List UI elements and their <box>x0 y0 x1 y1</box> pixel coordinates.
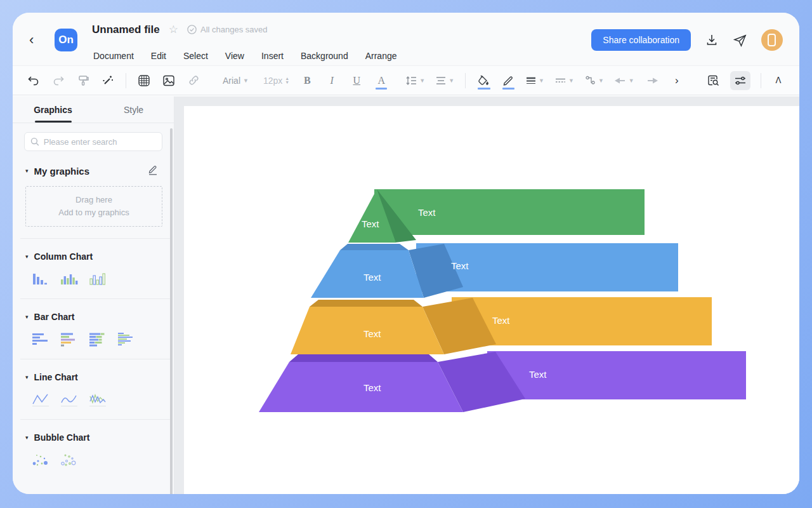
pyramid-bevel-4 <box>289 354 438 362</box>
undo-button[interactable] <box>27 71 41 90</box>
app-logo: On <box>55 29 77 51</box>
collapse-toolbar-chevron[interactable]: ᐱ <box>771 71 785 90</box>
fill-color-button[interactable] <box>476 71 490 90</box>
edit-pencil-icon[interactable] <box>147 164 159 178</box>
magic-wand-icon[interactable] <box>101 71 115 90</box>
header: ‹ On Unnamed file ☆ All changes saved Do… <box>13 13 799 65</box>
menu-arrange[interactable]: Arrange <box>365 51 397 61</box>
italic-button[interactable]: I <box>325 71 339 90</box>
avatar[interactable] <box>761 29 783 51</box>
column-chart-thumb-3[interactable] <box>89 271 109 287</box>
svg-text:Text: Text <box>418 207 436 218</box>
section-bar-chart[interactable]: ▾ Bar Chart <box>25 312 162 322</box>
column-chart-thumb-1[interactable] <box>32 271 52 287</box>
save-status: All changes saved <box>187 25 268 34</box>
svg-text:Text: Text <box>529 369 547 380</box>
bar-chart-thumb-3[interactable] <box>89 331 109 347</box>
underline-button[interactable]: U <box>350 71 363 90</box>
menu-insert[interactable]: Insert <box>261 51 284 61</box>
font-size-select[interactable]: 12px ▲▼ <box>263 71 289 90</box>
collapse-arrow-icon[interactable]: ▾ <box>25 253 29 260</box>
redo-button[interactable] <box>51 71 65 90</box>
menu-background[interactable]: Background <box>301 51 348 61</box>
app-window: ‹ On Unnamed file ☆ All changes saved Do… <box>13 13 799 494</box>
svg-text:Text: Text <box>363 272 381 283</box>
save-status-label: All changes saved <box>200 25 268 34</box>
section-line-chart[interactable]: ▾ Line Chart <box>25 372 162 382</box>
share-collaboration-button[interactable]: Share collaboration <box>591 29 691 51</box>
document-page[interactable]: Text Text Text Text Text Text <box>184 106 799 494</box>
document-title[interactable]: Unnamed file <box>92 23 160 36</box>
drag-line2: Add to my graphics <box>58 206 129 219</box>
settings-sliders-toggle[interactable] <box>730 71 750 90</box>
tab-graphics[interactable]: Graphics <box>13 97 93 123</box>
bubble-chart-thumb-2[interactable] <box>60 451 81 468</box>
svg-text:Text: Text <box>451 260 469 271</box>
menu-edit[interactable]: Edit <box>151 51 166 61</box>
pyramid-banner-1[interactable] <box>374 189 645 235</box>
font-color-button[interactable]: A <box>374 71 388 90</box>
svg-text:Text: Text <box>363 328 381 339</box>
toolbar: Arial▼ 12px ▲▼ B I U A ▼ ▼ <box>13 65 799 95</box>
line-chart-thumb-1[interactable] <box>32 391 52 408</box>
pyramid-graphic[interactable]: Text Text Text Text Text Text <box>254 185 755 417</box>
bold-button[interactable]: B <box>300 71 314 90</box>
stroke-color-swatch <box>502 88 514 90</box>
bubble-chart-thumb-1[interactable] <box>32 451 52 468</box>
line-style-button[interactable]: ▼ <box>555 71 574 90</box>
back-button[interactable]: ‹ <box>29 32 34 48</box>
svg-text:Text: Text <box>363 382 381 393</box>
section-bubble-chart[interactable]: ▾ Bubble Chart <box>25 432 162 443</box>
pyramid-face-4[interactable] <box>259 362 463 412</box>
my-graphics-header[interactable]: ▾ My graphics <box>25 164 162 178</box>
table-grid-icon[interactable] <box>137 71 151 90</box>
column-chart-thumb-2[interactable] <box>60 271 81 287</box>
canvas-area: Text Text Text Text Text Text <box>174 97 799 494</box>
download-icon[interactable] <box>705 30 719 50</box>
menu-view[interactable]: View <box>225 51 244 61</box>
search-box[interactable] <box>24 132 162 151</box>
sidebar: Graphics Style ▾ My graphics Drag <box>13 97 174 494</box>
bar-chart-thumb-4[interactable] <box>117 331 138 347</box>
align-button[interactable]: ▼ <box>436 71 454 90</box>
svg-text:Text: Text <box>362 218 379 229</box>
format-painter-icon[interactable] <box>76 71 90 90</box>
more-tools-chevron[interactable]: › <box>670 71 684 90</box>
bar-chart-thumb-1[interactable] <box>32 331 52 347</box>
my-graphics-title: My graphics <box>34 166 90 177</box>
collapse-arrow-icon[interactable]: ▾ <box>25 314 29 320</box>
fill-color-swatch <box>478 88 490 90</box>
stroke-color-button[interactable] <box>501 71 515 90</box>
line-spacing-button[interactable]: ▼ <box>405 71 425 90</box>
collapse-arrow-icon[interactable]: ▾ <box>25 434 29 441</box>
font-color-swatch <box>376 88 387 90</box>
insert-image-icon[interactable] <box>162 71 176 90</box>
drag-here-dropzone[interactable]: Drag here Add to my graphics <box>25 186 162 227</box>
connector-button[interactable]: ▼ <box>585 71 604 90</box>
pyramid-banner-4[interactable] <box>487 351 746 399</box>
find-in-document-icon[interactable] <box>706 71 720 90</box>
check-circle-icon <box>187 25 197 34</box>
link-icon[interactable] <box>187 71 200 90</box>
search-input[interactable] <box>44 137 156 147</box>
font-size-stepper[interactable]: ▲▼ <box>285 77 289 84</box>
tab-style[interactable]: Style <box>93 97 174 123</box>
favorite-star-icon[interactable]: ☆ <box>169 23 178 36</box>
section-column-chart[interactable]: ▾ Column Chart <box>25 251 162 262</box>
svg-text:Text: Text <box>492 315 510 326</box>
arrow-end-button[interactable] <box>645 71 659 90</box>
sidebar-scrollbar[interactable] <box>170 128 173 494</box>
collapse-arrow-icon[interactable]: ▾ <box>25 374 29 380</box>
line-chart-thumb-3[interactable] <box>89 391 109 408</box>
send-icon[interactable] <box>733 30 747 50</box>
line-weight-button[interactable]: ▼ <box>526 71 544 90</box>
arrow-start-button[interactable]: ▼ <box>615 71 634 90</box>
font-family-select[interactable]: Arial▼ <box>223 71 249 90</box>
menu-select[interactable]: Select <box>183 51 208 61</box>
line-chart-thumb-2[interactable] <box>60 391 81 408</box>
collapse-arrow-icon[interactable]: ▾ <box>25 168 29 174</box>
bar-chart-thumb-2[interactable] <box>60 331 81 347</box>
drag-line1: Drag here <box>75 194 112 206</box>
menu-document[interactable]: Document <box>93 51 134 61</box>
pyramid-bevel-3 <box>310 300 422 307</box>
